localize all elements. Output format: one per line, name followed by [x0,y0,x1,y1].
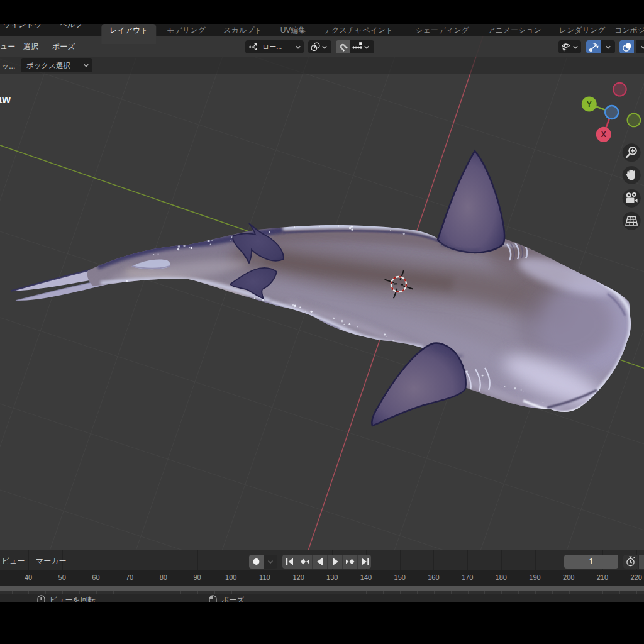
next-keyframe-button[interactable] [342,555,357,569]
axis-y-neg-ball[interactable] [628,114,641,127]
speckle-dot [212,240,213,241]
speckle-dot [343,324,345,325]
ruler-frame-label: 160 [428,574,439,581]
speckle-dot [403,233,405,235]
play-button[interactable] [327,555,342,569]
speckle-dot [390,230,391,231]
speckle-dot [190,247,192,249]
zoom-button[interactable] [623,143,641,162]
speckle-dot [299,307,301,308]
speckle-dot [269,231,270,233]
timeline-scrollbar[interactable] [0,586,644,591]
magnet-icon [338,42,348,52]
snap-increment-icon [352,42,363,52]
speckle-dot [348,323,350,325]
axis-z-ball[interactable] [605,106,618,119]
workspace-tab[interactable]: アニメーション [487,26,541,36]
timecode-dropdown[interactable] [639,555,644,569]
auto-key-dropdown[interactable] [264,555,277,569]
ruler-frame-label: 90 [193,574,201,581]
workspace-tab[interactable]: モデリング [167,26,205,36]
tool-settings-bar: ッ... ボックス選択 [0,57,644,74]
object-visibility-dropdown[interactable] [558,40,581,53]
timecode-toggle[interactable] [623,555,638,569]
ruler-frame-label: 220 [630,574,641,581]
menu-pose[interactable]: ポーズ [52,42,75,52]
speckle-dot [305,311,306,312]
speckle-dot [294,226,295,228]
prev-keyframe-button[interactable] [297,555,312,569]
timeline-grid-line [433,550,434,570]
workspace-tab[interactable]: レンダリング [559,26,606,36]
orientation-value: ロー... [262,42,282,52]
timeline-grid-line [130,550,130,570]
show-overlays-toggle[interactable] [619,40,634,53]
overlays-dropdown[interactable] [636,40,644,53]
workspace-tab[interactable]: シェーディング [415,26,469,36]
speckle-dot [153,254,155,255]
timeline-grid-line [467,550,468,570]
speckle-dot [543,402,544,403]
play-reverse-button[interactable] [312,555,327,569]
timeline-ruler[interactable]: 4050607080901001101201301401501601701801… [0,570,644,586]
ruler-frame-label: 40 [25,574,32,581]
jump-to-start-button[interactable] [282,555,297,569]
snap-toggle[interactable] [336,40,350,53]
menu-select[interactable]: 選択 [23,42,38,52]
timeline-grid-line [96,550,96,570]
menu-view-truncated[interactable]: ュー [0,42,15,52]
speckle-dot [386,336,387,337]
speckle-dot [311,311,313,313]
timeline-menu-view[interactable]: ビュー [2,556,25,567]
axis-y-label: Y [587,100,592,109]
orientation-icon [248,42,258,52]
transform-orientation-dropdown[interactable]: ロー... [245,40,304,53]
axis-x-label: X [601,130,606,139]
drag-label: ッ... [1,61,15,72]
pivot-icon [310,42,321,52]
speckle-dot [338,225,340,227]
eye-cursor-icon [560,42,572,53]
chevron-down-icon [264,555,277,569]
current-frame-value: 1 [589,557,594,566]
screen-crop-top [0,0,644,24]
speckle-dot [178,245,180,248]
chevron-down-icon [640,44,644,50]
ruler-frame-label: 190 [529,574,540,581]
speckle-dot [333,318,335,319]
snap-with-dropdown[interactable] [350,40,374,53]
jump-to-end-button[interactable] [357,555,372,569]
timeline-menu-marker[interactable]: マーカー [36,556,67,567]
ruler-frame-label: 210 [597,574,608,581]
pan-button[interactable] [623,166,641,184]
workspace-tab[interactable]: UV編集 [280,26,306,36]
workspace-tab[interactable]: テクスチャペイント [324,26,394,36]
ruler-frame-label: 120 [292,574,304,581]
gizmo-dropdown[interactable] [601,40,615,53]
speckle-dot [357,326,358,328]
speckle-dot [210,244,211,245]
timeline-grid-line [535,550,536,570]
show-gizmo-toggle[interactable] [586,40,601,53]
pivot-point-dropdown[interactable] [308,40,331,53]
select-tool-value: ボックス選択 [26,61,70,70]
axis-x-neg-ball[interactable] [613,83,626,96]
auto-key-record-button[interactable] [249,555,264,569]
speckle-dot [341,320,343,323]
viewport-3d[interactable]: Y X [0,0,644,644]
current-frame-field[interactable]: 1 [564,555,618,569]
select-tool-dropdown[interactable]: ボックス選択 [21,58,92,72]
workspace-tab[interactable]: スカルプト [223,26,262,36]
ruler-frame-label: 170 [462,574,473,581]
speckle-dot [351,226,353,228]
record-icon [249,555,264,569]
workspace-tab[interactable]: コンポジティング [614,26,644,36]
ruler-frame-label: 110 [259,574,270,581]
overlays-icon [622,42,632,52]
workspace-tab[interactable]: レイアウト [101,24,156,44]
chevron-down-icon [364,44,370,50]
timeline-grid-line [231,550,231,570]
ortho-grid-button[interactable] [623,212,641,230]
camera-button[interactable] [623,189,641,208]
speckle-dot [504,386,506,387]
